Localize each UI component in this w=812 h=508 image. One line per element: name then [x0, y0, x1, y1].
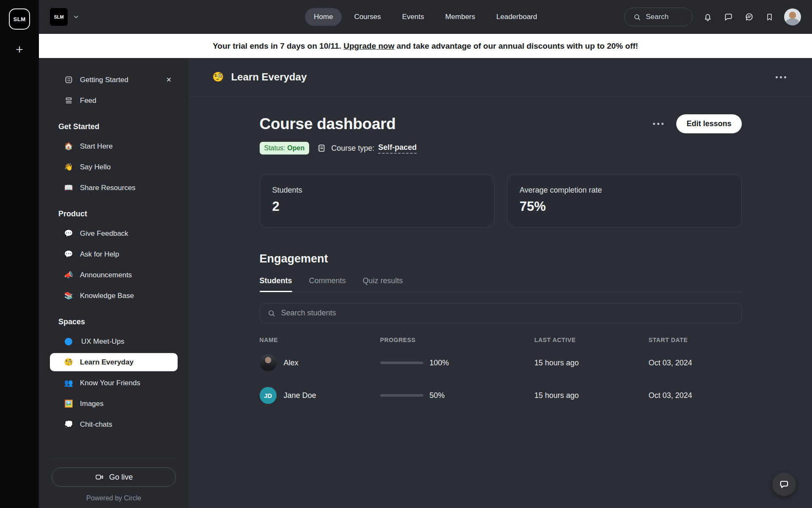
community-rail-logo-text: SLM [14, 16, 26, 22]
community-logo[interactable]: SLM [50, 8, 68, 26]
powered-by-circle[interactable]: Powered by Circle [52, 494, 176, 502]
progress-value: 50% [430, 391, 445, 400]
progress-cell: 50% [380, 391, 535, 400]
bookmarks-button[interactable] [764, 12, 775, 22]
book-emoji-icon: 📖 [63, 183, 74, 192]
students-search [260, 303, 742, 323]
avatar: JD [260, 387, 277, 404]
stat-label: Average completion rate [520, 186, 729, 195]
blue-dot-icon [65, 338, 72, 345]
user-avatar[interactable] [784, 8, 801, 25]
page-title: Course dashboard [260, 115, 396, 133]
community-rail: SLM + [0, 0, 39, 508]
chat-bubble-icon [724, 12, 733, 22]
sidebar-item-ux-meet-ups[interactable]: UX Meet-Ups [50, 332, 178, 351]
messages-button[interactable] [723, 11, 734, 23]
course-type-label: Course type: [331, 144, 374, 153]
close-icon[interactable]: ✕ [166, 76, 172, 84]
chevron-down-icon[interactable] [73, 14, 80, 20]
stat-label: Students [272, 186, 482, 195]
chat-bubble-icon [778, 478, 790, 490]
speech-emoji-icon: 💬 [63, 229, 74, 238]
sidebar-item-label: Say Hello [80, 163, 111, 171]
go-live-button[interactable]: Go live [52, 467, 176, 487]
thought-bubble-emoji-icon: 💭 [63, 420, 74, 429]
sidebar-item-label: Knowledge Base [80, 292, 134, 300]
space-options-button[interactable] [773, 74, 789, 81]
sidebar-item-label: Announcements [80, 271, 132, 279]
sidebar-item-share-resources[interactable]: 📖 Share Resources [50, 179, 178, 197]
sidebar-item-label: Getting Started [80, 76, 128, 84]
nav-item-members[interactable]: Members [436, 8, 484, 26]
student-link[interactable]: Alex [260, 354, 380, 371]
last-active-value: 15 hours ago [535, 391, 649, 400]
sidebar-item-announcements[interactable]: 📣 Announcements [50, 266, 178, 284]
sidebar-section-spaces: Spaces [50, 318, 178, 326]
sidebar-item-knowledge-base[interactable]: 📚 Knowledge Base [50, 287, 178, 305]
table-row: Alex 100% 15 hours ago Oct 03, 2024 [260, 350, 742, 376]
stat-value: 2 [272, 199, 482, 214]
search-label: Search [646, 13, 669, 21]
sidebar-item-images[interactable]: 🖼️ Images [50, 395, 178, 413]
community-rail-logo[interactable]: SLM [9, 8, 30, 30]
trial-banner-text-after: and take advantage of our annual discoun… [395, 41, 638, 51]
notifications-button[interactable] [702, 11, 713, 23]
sidebar-item-label: Feed [80, 97, 96, 105]
monocle-emoji-icon: 🧐 [212, 72, 224, 83]
people-emoji-icon: 👥 [63, 378, 74, 387]
feedback-button[interactable] [743, 11, 755, 23]
sidebar-item-feed[interactable]: Feed [50, 91, 178, 110]
stat-value: 75% [520, 199, 729, 214]
app-root: SLM + SLM Home Courses Events Members Le… [0, 0, 812, 508]
start-date-value: Oct 03, 2024 [649, 391, 742, 400]
tab-students[interactable]: Students [260, 276, 292, 292]
notebook-icon [317, 144, 326, 153]
sidebar: Getting Started ✕ Feed Get Started 🏠 Sta… [39, 58, 189, 508]
sidebar-item-say-hello[interactable]: 👋 Say Hello [50, 158, 178, 176]
wave-emoji-icon: 👋 [63, 163, 74, 171]
sidebar-item-know-your-friends[interactable]: 👥 Know Your Friends [50, 374, 178, 392]
tab-comments[interactable]: Comments [309, 276, 346, 292]
space-header: 🧐 Learn Everyday [189, 58, 812, 97]
nav-item-courses[interactable]: Courses [345, 8, 390, 26]
dashboard-options-button[interactable] [650, 120, 666, 127]
sidebar-item-chit-chats[interactable]: 💭 Chit-chats [50, 415, 178, 433]
student-name: Jane Doe [284, 391, 316, 400]
main-area: 🧐 Learn Everyday Course dashboard [189, 58, 812, 508]
megaphone-emoji-icon: 📣 [63, 271, 74, 279]
topbar: SLM Home Courses Events Members Leaderbo… [39, 0, 812, 34]
nav-item-leaderboard[interactable]: Leaderboard [488, 8, 546, 26]
trial-banner-text-before: Your trial ends in 7 days on 10/11. [213, 41, 343, 51]
progress-bar [380, 362, 423, 364]
support-chat-launcher[interactable] [772, 472, 796, 496]
student-link[interactable]: JD Jane Doe [260, 387, 380, 404]
sidebar-item-label: Start Here [80, 142, 112, 151]
students-search-input[interactable] [281, 309, 734, 318]
sidebar-item-label: Ask for Help [80, 250, 119, 259]
add-community-button[interactable]: + [16, 43, 23, 56]
edit-lessons-button[interactable]: Edit lessons [676, 114, 741, 133]
course-type-value[interactable]: Self-paced [378, 143, 417, 154]
sidebar-item-label: Learn Everyday [80, 358, 134, 367]
upgrade-now-link[interactable]: Upgrade now [343, 41, 394, 51]
nav-item-home[interactable]: Home [305, 8, 342, 26]
avatar [260, 354, 277, 371]
stat-card-students: Students 2 [260, 174, 494, 228]
sidebar-item-start-here[interactable]: 🏠 Start Here [50, 137, 178, 155]
column-header-last-active: LAST ACTIVE [535, 337, 649, 343]
sidebar-item-ask-for-help[interactable]: 💬 Ask for Help [50, 245, 178, 263]
sidebar-item-learn-everyday[interactable]: 🧐 Learn Everyday [50, 353, 178, 371]
search-icon [267, 309, 276, 318]
picture-emoji-icon: 🖼️ [63, 399, 74, 408]
trial-banner: Your trial ends in 7 days on 10/11. Upgr… [39, 34, 812, 58]
global-search[interactable]: Search [624, 8, 693, 26]
sidebar-item-give-feedback[interactable]: 💬 Give Feedback [50, 224, 178, 243]
tab-quiz-results[interactable]: Quiz results [363, 276, 403, 292]
sidebar-item-label: Share Resources [80, 184, 135, 192]
video-camera-icon [95, 472, 104, 482]
nav-item-events[interactable]: Events [393, 8, 433, 26]
sidebar-item-getting-started[interactable]: Getting Started ✕ [50, 71, 178, 89]
house-emoji-icon: 🏠 [63, 142, 74, 151]
stat-card-completion-rate: Average completion rate 75% [507, 174, 742, 228]
sidebar-section-product: Product [50, 210, 178, 218]
